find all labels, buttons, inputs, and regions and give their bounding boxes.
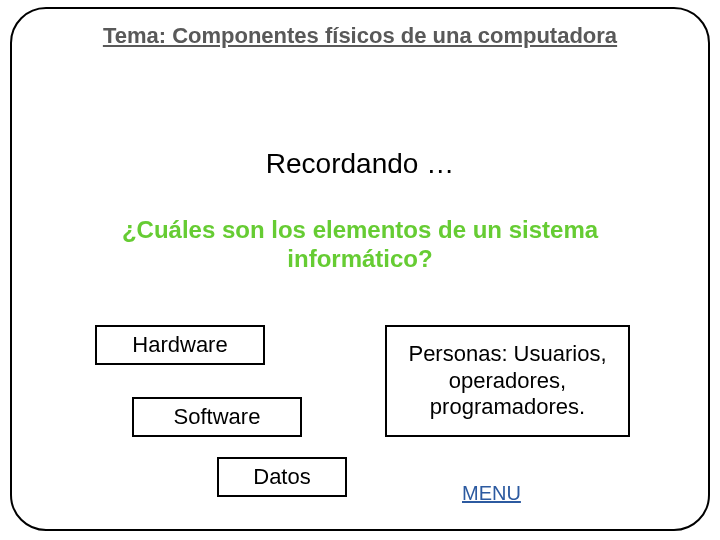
slide-frame: Tema: Componentes físicos de una computa… [10,7,710,531]
slide-title: Tema: Componentes físicos de una computa… [12,23,708,49]
box-software: Software [132,397,302,437]
question-text: ¿Cuáles son los elementos de un sistema … [62,216,658,274]
section-heading: Recordando … [12,148,708,180]
box-datos: Datos [217,457,347,497]
box-personas: Personas: Usuarios, operadores, programa… [385,325,630,437]
menu-link[interactable]: MENU [462,482,521,505]
box-hardware: Hardware [95,325,265,365]
